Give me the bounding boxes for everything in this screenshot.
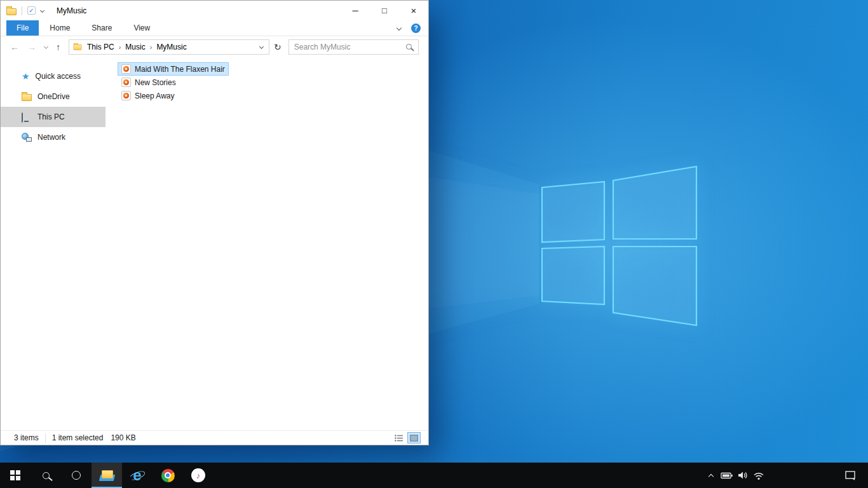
quick-access-star-icon: ★ bbox=[22, 72, 30, 81]
file-explorer-icon bbox=[100, 470, 114, 481]
chevron-up-icon bbox=[708, 474, 713, 479]
system-tray bbox=[703, 463, 766, 488]
selection-size: 190 KB bbox=[111, 433, 135, 442]
thumbnails-view-icon bbox=[410, 435, 418, 442]
sidebar-item-quick-access[interactable]: ★ Quick access bbox=[1, 66, 105, 86]
file-name: Maid With The Flaxen Hair bbox=[135, 65, 225, 74]
history-navigation: ← → ↑ bbox=[10, 42, 60, 52]
breadcrumb[interactable]: This PC › Music › MyMusic bbox=[69, 39, 269, 55]
qat-separator bbox=[22, 6, 22, 15]
sidebar-item-onedrive[interactable]: OneDrive bbox=[1, 86, 105, 107]
windows-logo-icon bbox=[10, 470, 20, 480]
volume-control[interactable] bbox=[735, 463, 750, 488]
location-folder-icon bbox=[74, 44, 82, 50]
sidebar-item-label: This PC bbox=[37, 112, 65, 121]
explorer-folder-icon bbox=[6, 8, 17, 15]
item-count: 3 items bbox=[14, 433, 39, 442]
cortana-circle-icon bbox=[72, 471, 81, 480]
audio-file-icon bbox=[121, 91, 131, 100]
speaker-icon bbox=[737, 470, 749, 480]
itunes-button[interactable]: ♪ bbox=[183, 463, 214, 488]
ribbon-tabs: File Home Share View ? bbox=[1, 20, 428, 36]
file-name: New Stories bbox=[135, 78, 176, 87]
sidebar-item-label: Network bbox=[37, 133, 65, 142]
refresh-button[interactable]: ↻ bbox=[274, 42, 281, 52]
file-row[interactable]: Sleep Away bbox=[118, 89, 179, 102]
itunes-icon: ♪ bbox=[191, 468, 205, 482]
chrome-button[interactable] bbox=[153, 463, 183, 488]
sidebar-item-label: OneDrive bbox=[37, 92, 70, 101]
tab-file[interactable]: File bbox=[6, 20, 39, 36]
search-icon bbox=[43, 472, 50, 479]
tab-share[interactable]: Share bbox=[81, 20, 123, 36]
status-bar: 3 items 1 item selected 190 KB bbox=[1, 430, 428, 445]
close-button[interactable]: × bbox=[399, 1, 428, 20]
edge-icon: e bbox=[129, 467, 146, 484]
cortana-button[interactable] bbox=[61, 463, 92, 488]
network-status[interactable] bbox=[750, 463, 766, 488]
taskbar: e ♪ bbox=[0, 463, 868, 488]
taskbar-search-button[interactable] bbox=[31, 463, 61, 488]
maximize-button[interactable]: □ bbox=[370, 1, 399, 20]
sidebar-item-network[interactable]: Network bbox=[1, 127, 105, 147]
details-view-button[interactable] bbox=[392, 432, 405, 444]
search-input[interactable] bbox=[289, 43, 406, 51]
hidden-icons-button[interactable] bbox=[703, 463, 719, 488]
caption-buttons: ─ □ × bbox=[341, 1, 428, 20]
file-row[interactable]: New Stories bbox=[118, 76, 180, 89]
file-explorer-button[interactable] bbox=[92, 463, 122, 488]
tab-view[interactable]: View bbox=[123, 20, 161, 36]
forward-button[interactable]: → bbox=[27, 42, 36, 52]
action-center-icon bbox=[845, 470, 856, 480]
sidebar-item-label: Quick access bbox=[36, 72, 81, 81]
start-button[interactable] bbox=[0, 463, 31, 488]
address-dropdown-chevron-icon[interactable] bbox=[259, 44, 264, 49]
this-pc-icon bbox=[22, 113, 32, 121]
search-icon[interactable] bbox=[406, 44, 412, 50]
quick-access-toolbar: ✓ bbox=[6, 6, 44, 15]
battery-indicator[interactable] bbox=[719, 463, 735, 488]
tab-home[interactable]: Home bbox=[39, 20, 81, 36]
qat-customize-chevron-icon[interactable] bbox=[40, 8, 44, 13]
help-button[interactable]: ? bbox=[411, 24, 421, 33]
recent-locations-chevron-icon[interactable] bbox=[44, 44, 48, 49]
battery-icon bbox=[721, 470, 733, 481]
details-view-icon bbox=[395, 435, 403, 442]
ribbon-right-controls: ? bbox=[397, 20, 421, 36]
expand-ribbon-chevron-icon[interactable] bbox=[397, 25, 402, 30]
explorer-window: ✓ MyMusic ─ □ × File Home Share View ? ←… bbox=[0, 0, 429, 445]
properties-icon[interactable]: ✓ bbox=[27, 6, 36, 15]
address-bar: ← → ↑ This PC › Music › MyMusic ↻ bbox=[1, 36, 428, 57]
window-title: MyMusic bbox=[57, 6, 86, 15]
audio-file-icon bbox=[121, 64, 131, 74]
action-center-button[interactable] bbox=[836, 463, 864, 488]
title-bar[interactable]: ✓ MyMusic ─ □ × bbox=[1, 1, 428, 20]
file-name: Sleep Away bbox=[135, 92, 175, 100]
file-list[interactable]: Maid With The Flaxen Hair New Stories Sl… bbox=[105, 57, 428, 430]
selection-count: 1 item selected bbox=[52, 433, 104, 442]
file-row[interactable]: Maid With The Flaxen Hair bbox=[118, 62, 229, 76]
search-box bbox=[288, 39, 419, 55]
audio-file-icon bbox=[121, 78, 131, 87]
breadcrumb-mymusic[interactable]: MyMusic bbox=[152, 43, 191, 51]
minimize-button[interactable]: ─ bbox=[341, 1, 370, 20]
navigation-pane: ★ Quick access OneDrive This PC Network bbox=[1, 57, 105, 430]
edge-button[interactable]: e bbox=[122, 463, 153, 488]
thumbnails-view-button[interactable] bbox=[407, 432, 421, 444]
up-button[interactable]: ↑ bbox=[56, 42, 60, 52]
back-button[interactable]: ← bbox=[10, 42, 19, 52]
onedrive-icon bbox=[22, 94, 32, 101]
view-toggle-buttons bbox=[392, 432, 421, 444]
network-icon bbox=[22, 133, 32, 142]
chrome-icon bbox=[161, 469, 175, 482]
wifi-icon bbox=[753, 471, 764, 480]
breadcrumb-music[interactable]: Music bbox=[121, 43, 149, 51]
status-divider bbox=[45, 433, 46, 443]
window-body: ★ Quick access OneDrive This PC Network … bbox=[1, 57, 428, 430]
sidebar-item-this-pc[interactable]: This PC bbox=[1, 107, 105, 127]
breadcrumb-this-pc[interactable]: This PC bbox=[83, 43, 119, 51]
